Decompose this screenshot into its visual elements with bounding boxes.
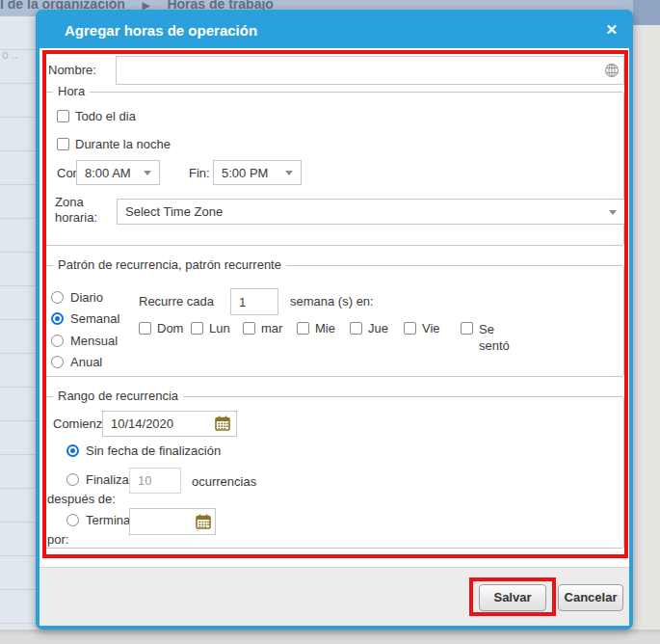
time-group-legend: Hora xyxy=(53,84,90,98)
radio-monthly[interactable]: Mensual xyxy=(51,334,118,348)
dialog-title: Agregar horas de operación xyxy=(65,22,257,39)
occurrences-label: ocurrencias xyxy=(192,474,256,489)
globe-icon xyxy=(604,63,620,78)
day-fri-box[interactable] xyxy=(404,322,416,335)
day-wed-box[interactable] xyxy=(297,322,309,335)
background-bottom xyxy=(0,630,660,644)
name-label: Nombre: xyxy=(48,63,96,77)
screen: l de la organización ▶ Horas de trabajo … xyxy=(0,0,660,644)
background-text: o .. xyxy=(2,48,18,62)
radio-end-by[interactable]: Terminar xyxy=(66,513,135,527)
day-mon-label: Lun xyxy=(209,321,230,335)
background-left-panel: o .. xyxy=(0,16,36,630)
day-checkbox-wed[interactable]: Mie xyxy=(297,321,335,335)
radio-no-end-circle[interactable] xyxy=(66,444,79,457)
day-thu-box[interactable] xyxy=(350,322,362,335)
recurrence-pattern-legend: Patrón de recurrencia, patrón recurrente xyxy=(53,257,286,272)
background-right-top xyxy=(633,0,660,25)
day-wed-label: Mie xyxy=(315,321,335,335)
radio-yearly[interactable]: Anual xyxy=(51,355,102,369)
overnight-checkbox[interactable]: Durante la noche xyxy=(57,137,171,151)
radio-no-end-date[interactable]: Sin fecha de finalización xyxy=(66,443,221,458)
start-time-value: 8:00 AM xyxy=(85,166,131,180)
day-checkbox-tue[interactable]: mar xyxy=(243,321,282,335)
radio-weekly[interactable]: Semanal xyxy=(51,311,119,326)
background-right-panel xyxy=(633,0,660,630)
cancel-button[interactable]: Cancelar xyxy=(558,584,623,611)
name-input[interactable] xyxy=(116,56,624,85)
day-thu-label: Jue xyxy=(368,321,388,335)
radio-end-after[interactable]: Finalizar xyxy=(66,472,133,487)
day-sat-label: Se sentó xyxy=(479,321,512,354)
recurrence-range-legend: Rango de recurrencia xyxy=(53,389,183,403)
overnight-label: Durante la noche xyxy=(75,137,171,151)
day-tue-label: mar xyxy=(261,321,282,335)
radio-weekly-label: Semanal xyxy=(70,311,119,326)
recurrence-pattern-group: Patrón de recurrencia, patrón recurrente… xyxy=(44,265,624,377)
end-by-label-line2: por: xyxy=(47,532,68,547)
start-time-select[interactable]: 8:00 AM xyxy=(76,160,160,185)
day-checkbox-fri[interactable]: Vie xyxy=(404,321,440,335)
end-after-label-line1: Finalizar xyxy=(86,472,133,487)
radio-end-after-circle[interactable] xyxy=(66,473,79,486)
dialog-body: Nombre: Hora Todo el dia xyxy=(40,48,629,567)
chevron-down-icon xyxy=(285,171,293,175)
day-sun-label: Dom xyxy=(157,321,183,335)
radio-monthly-circle[interactable] xyxy=(51,335,64,347)
dialog-footer: Salvar Cancelar xyxy=(40,567,629,626)
save-button[interactable]: Salvar xyxy=(479,584,546,611)
end-after-occurrences-input[interactable] xyxy=(129,468,181,494)
day-sun-box[interactable] xyxy=(139,322,151,335)
calendar-icon[interactable] xyxy=(215,416,230,431)
timezone-label: Zona horaria: xyxy=(55,195,113,226)
no-end-date-label: Sin fecha de finalización xyxy=(86,443,221,458)
time-group: Hora Todo el dia Durante la noche Comien… xyxy=(44,92,624,246)
radio-weekly-circle[interactable] xyxy=(51,312,64,325)
radio-yearly-circle[interactable] xyxy=(51,356,64,368)
timezone-value: Select Time Zone xyxy=(125,204,223,219)
end-time-value: 5:00 PM xyxy=(222,166,268,180)
day-mon-box[interactable] xyxy=(191,322,203,335)
recur-every-label: Recurre cada xyxy=(139,294,214,309)
chevron-down-icon xyxy=(609,210,617,215)
recur-suffix-label: semana (s) en: xyxy=(290,294,374,309)
day-checkbox-mon[interactable]: Lun xyxy=(191,321,230,335)
dialog-header: Agregar horas de operación ✕ xyxy=(40,13,629,48)
end-time-label: Fin: xyxy=(189,166,210,180)
day-tue-box[interactable] xyxy=(243,322,255,335)
end-by-label-line1: Terminar xyxy=(86,513,135,527)
recur-interval-input[interactable] xyxy=(230,288,278,315)
radio-daily-label: Diario xyxy=(70,290,103,305)
day-checkbox-sat[interactable]: Se sentó xyxy=(461,321,512,354)
radio-monthly-label: Mensual xyxy=(70,334,118,348)
timezone-select[interactable]: Select Time Zone xyxy=(117,199,625,225)
radio-yearly-label: Anual xyxy=(70,355,102,369)
day-checkbox-sun[interactable]: Dom xyxy=(139,321,183,335)
radio-daily-circle[interactable] xyxy=(51,291,64,304)
radio-end-by-circle[interactable] xyxy=(66,514,79,526)
all-day-checkbox-box[interactable] xyxy=(57,110,69,122)
all-day-checkbox[interactable]: Todo el dia xyxy=(57,109,136,123)
chevron-down-icon xyxy=(144,171,151,175)
day-fri-label: Vie xyxy=(422,321,440,335)
day-sat-box[interactable] xyxy=(461,322,473,335)
calendar-icon[interactable] xyxy=(196,514,211,529)
close-icon[interactable]: ✕ xyxy=(605,21,618,39)
add-operation-hours-dialog: Agregar horas de operación ✕ Nombre: Hor… xyxy=(36,10,633,630)
recurrence-range-group: Rango de recurrencia Comienzo: xyxy=(44,396,624,549)
end-after-label-line2: después de: xyxy=(47,492,116,506)
day-checkbox-thu[interactable]: Jue xyxy=(350,321,388,335)
end-time-select[interactable]: 5:00 PM xyxy=(213,160,302,185)
overnight-checkbox-box[interactable] xyxy=(57,138,69,150)
radio-daily[interactable]: Diario xyxy=(51,290,103,305)
all-day-label: Todo el dia xyxy=(75,109,136,123)
